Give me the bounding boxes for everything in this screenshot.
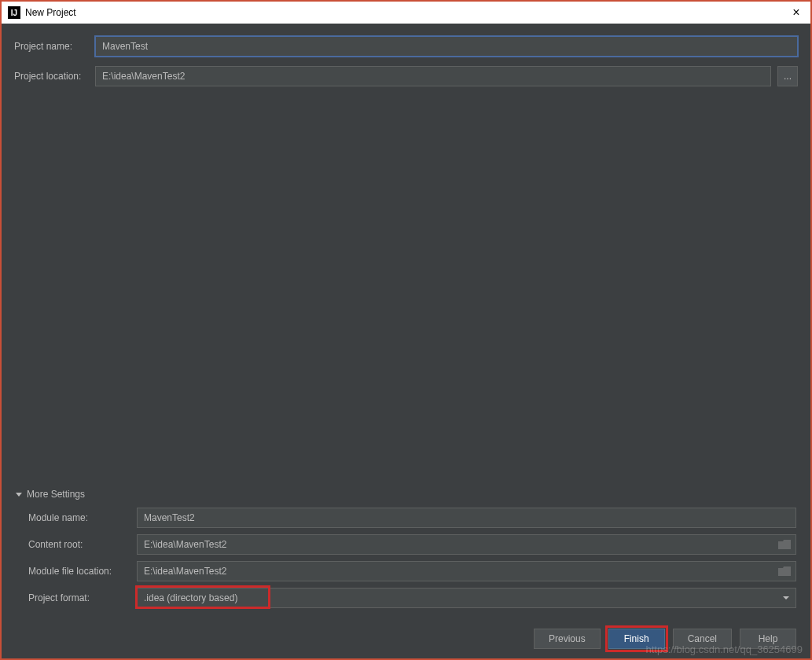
content-root-label: Content root: (28, 539, 130, 550)
project-name-label: Project name: (14, 41, 89, 52)
content-root-row: Content root: E:\idea\MavenTest2 (28, 534, 796, 555)
folder-icon (778, 540, 791, 549)
app-icon: IJ (8, 6, 20, 19)
content-area: Project name: Project location: ... (2, 24, 810, 108)
previous-button[interactable]: Previous (534, 629, 601, 649)
more-settings-body: Module name: Content root: E:\idea\Maven… (16, 508, 796, 608)
more-settings-section: More Settings Module name: Content root:… (16, 489, 796, 614)
help-button[interactable]: Help (740, 629, 796, 649)
module-name-label: Module name: (28, 512, 130, 523)
project-format-value: .idea (directory based) (144, 592, 237, 603)
project-location-row: Project location: ... (14, 66, 798, 86)
close-icon[interactable]: × (788, 6, 804, 20)
project-location-input[interactable] (95, 66, 771, 86)
project-format-dropdown[interactable]: .idea (directory based) (137, 588, 796, 608)
project-name-input[interactable] (95, 36, 798, 57)
browse-button[interactable]: ... (777, 66, 798, 86)
module-file-location-label: Module file location: (28, 566, 130, 577)
project-location-label: Project location: (14, 71, 89, 82)
module-file-location-value: E:\idea\MavenTest2 (144, 566, 226, 577)
module-name-row: Module name: (28, 508, 796, 528)
titlebar: IJ New Project × (2, 2, 810, 24)
project-name-row: Project name: (14, 36, 798, 57)
collapse-icon (16, 493, 22, 497)
module-file-location-input[interactable]: E:\idea\MavenTest2 (137, 561, 796, 581)
chevron-down-icon (783, 596, 789, 600)
more-settings-label: More Settings (27, 489, 85, 500)
module-name-input[interactable] (137, 508, 796, 528)
button-bar: Previous Finish Cancel Help (534, 629, 796, 649)
content-root-input[interactable]: E:\idea\MavenTest2 (137, 534, 796, 555)
cancel-button[interactable]: Cancel (673, 629, 732, 649)
content-root-value: E:\idea\MavenTest2 (144, 539, 226, 550)
folder-icon (778, 566, 791, 576)
finish-button[interactable]: Finish (608, 629, 665, 649)
window-title: New Project (25, 7, 76, 18)
more-settings-toggle[interactable]: More Settings (16, 489, 796, 500)
project-format-label: Project format: (28, 592, 130, 603)
module-file-location-row: Module file location: E:\idea\MavenTest2 (28, 561, 796, 581)
titlebar-left: IJ New Project (8, 6, 76, 19)
project-format-row: Project format: .idea (directory based) (28, 588, 796, 608)
